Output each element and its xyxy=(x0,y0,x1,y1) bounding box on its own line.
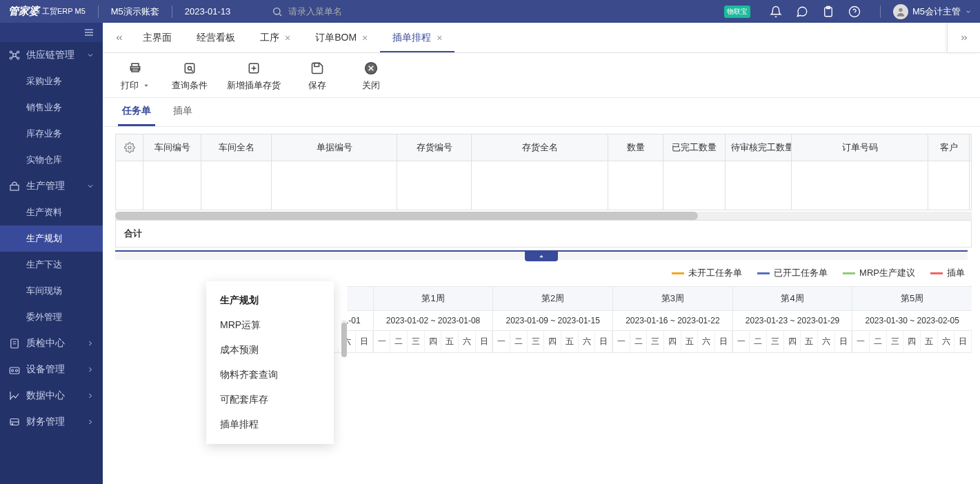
gantt-day: 三 xyxy=(887,331,904,353)
column-header[interactable]: 已完工数量 xyxy=(663,134,726,161)
submenu-item[interactable]: 插单排程 xyxy=(206,412,334,437)
tool-icon xyxy=(183,61,197,75)
submenu-item[interactable]: 物料齐套查询 xyxy=(206,363,334,387)
panel-collapse-handle[interactable] xyxy=(115,250,968,260)
column-header[interactable]: 订单号码 xyxy=(792,134,928,161)
clipboard-icon[interactable] xyxy=(822,6,834,18)
gantt-day: 四 xyxy=(784,331,801,353)
help-icon[interactable] xyxy=(848,6,861,18)
column-header[interactable]: 待审核完工数量 xyxy=(726,134,792,161)
submenu-item[interactable]: 可配套库存 xyxy=(206,387,334,412)
gantt-chart[interactable]: 第52周2022-12-26 ~ 2023-01-01一二三四五六日第1周202… xyxy=(241,286,980,353)
dropdown-icon[interactable] xyxy=(143,82,150,89)
column-header[interactable]: 车间全名 xyxy=(201,134,272,161)
message-icon[interactable] xyxy=(796,6,808,18)
column-header[interactable]: 数量 xyxy=(608,134,663,161)
search-box[interactable] xyxy=(272,6,371,17)
svg-point-11 xyxy=(17,51,19,53)
tab[interactable]: 订单BOM× xyxy=(303,23,380,52)
svg-line-31 xyxy=(192,70,194,72)
menu-icon xyxy=(8,337,21,350)
menu-item[interactable]: 实物仓库 xyxy=(0,147,103,173)
menu-item[interactable]: 采购业务 xyxy=(0,68,103,94)
gantt-day: 四 xyxy=(903,331,921,353)
menu-group-0[interactable]: 供应链管理 xyxy=(0,42,103,68)
gantt-day: 二 xyxy=(390,331,408,353)
tab-label: 经营看板 xyxy=(197,32,235,44)
subtab[interactable]: 插单 xyxy=(169,98,197,126)
avatar[interactable] xyxy=(893,4,908,19)
tab[interactable]: 插单排程× xyxy=(380,23,454,52)
column-header[interactable]: 车间编号 xyxy=(143,134,201,161)
tab[interactable]: 工序× xyxy=(248,23,303,52)
menu-item[interactable]: 销售业务 xyxy=(0,94,103,121)
sidebar: 供应链管理采购业务销售业务库存业务实物仓库生产管理生产资料生产规划生产下达车间现… xyxy=(0,23,103,484)
toolbar: 打印查询条件新增插单存货保存关闭 xyxy=(103,53,980,98)
chevron-down-icon[interactable] xyxy=(965,8,972,15)
menu-group-4[interactable]: 数据中心 xyxy=(0,383,103,409)
svg-point-13 xyxy=(17,57,19,59)
toolbar-查询条件[interactable]: 查询条件 xyxy=(172,61,208,92)
gantt-range: 2023-01-02 ~ 2023-01-08 xyxy=(374,311,493,331)
submenu-item[interactable]: 成本预测 xyxy=(206,338,334,363)
grid-settings-button[interactable] xyxy=(116,134,143,161)
column-header[interactable]: 存货编号 xyxy=(397,134,472,161)
menu-item[interactable]: 委外管理 xyxy=(0,304,103,330)
svg-line-1 xyxy=(279,14,281,16)
menu-group-2[interactable]: 质检中心 xyxy=(0,330,103,356)
legend-label: 未开工任务单 xyxy=(688,267,742,279)
task-grid-wrap: 车间编号车间全名单据编号存货编号存货全名数量已完工数量待审核完工数量订单号码客户… xyxy=(103,127,980,248)
menu-icon xyxy=(8,363,21,376)
search-input[interactable] xyxy=(288,6,371,17)
tab-more-button[interactable] xyxy=(947,23,980,53)
menu-item[interactable]: 库存业务 xyxy=(0,121,103,147)
tab[interactable]: 主界面 xyxy=(130,23,184,52)
toolbar-保存[interactable]: 保存 xyxy=(300,61,334,92)
production-plan-submenu: 生产规划MRP运算成本预测物料齐套查询可配套库存插单排程 xyxy=(206,281,334,444)
menu-group-5[interactable]: 财务管理 xyxy=(0,409,103,435)
iot-badge[interactable]: 物联宝 xyxy=(724,6,750,18)
gantt-day: 四 xyxy=(544,331,561,353)
chevron-icon xyxy=(86,51,94,59)
menu-item[interactable]: 生产下达 xyxy=(0,252,103,278)
sidebar-collapse-button[interactable] xyxy=(0,23,103,42)
tab-prev-button[interactable] xyxy=(108,23,130,52)
gantt-day: 六 xyxy=(818,331,835,353)
column-header[interactable]: 单据编号 xyxy=(272,134,397,161)
gantt-day: 六 xyxy=(579,331,596,353)
submenu-item[interactable]: 生产规划 xyxy=(206,288,334,313)
gantt-day: 一 xyxy=(613,331,630,353)
filter-scrollbar[interactable] xyxy=(341,320,347,347)
tab-close-icon[interactable]: × xyxy=(362,32,368,43)
grid-hscrollbar[interactable] xyxy=(115,212,972,220)
tool-icon xyxy=(247,61,261,75)
submenu-item[interactable]: MRP运算 xyxy=(206,313,334,338)
tab-close-icon[interactable]: × xyxy=(285,32,290,43)
chevron-icon xyxy=(86,182,94,190)
svg-line-17 xyxy=(16,57,17,58)
bell-icon[interactable] xyxy=(770,6,782,18)
subtab[interactable]: 任务单 xyxy=(118,98,155,126)
menu-group-1[interactable]: 生产管理 xyxy=(0,173,103,199)
subtabs: 任务单插单 xyxy=(103,98,980,127)
column-header[interactable]: 存货全名 xyxy=(472,134,608,161)
column-header[interactable]: 客户 xyxy=(928,134,970,161)
tab-close-icon[interactable]: × xyxy=(437,32,442,43)
gantt-day: 日 xyxy=(954,331,972,353)
tab[interactable]: 经营看板 xyxy=(184,23,248,52)
toolbar-关闭[interactable]: 关闭 xyxy=(354,61,388,92)
toolbar-新增插单存货[interactable]: 新增插单存货 xyxy=(227,61,281,92)
menu-item[interactable]: 生产规划 xyxy=(0,225,103,252)
gantt-week-col: 第3周2023-01-16 ~ 2023-01-22一二三四五六日 xyxy=(612,286,732,353)
user-name[interactable]: M5会计主管 xyxy=(912,6,961,18)
menu-icon xyxy=(8,390,21,402)
menu-item[interactable]: 生产资料 xyxy=(0,199,103,225)
grid-body[interactable] xyxy=(116,161,971,210)
gantt-week-col: 第5周2023-01-30 ~ 2023-02-05一二三四五六日 xyxy=(852,286,972,353)
menu-item[interactable]: 车间现场 xyxy=(0,278,103,304)
gantt-day: 日 xyxy=(356,331,373,353)
toolbar-打印[interactable]: 打印 xyxy=(118,61,152,92)
gantt-day: 五 xyxy=(921,331,938,353)
menu-group-3[interactable]: 设备管理 xyxy=(0,356,103,383)
legend-swatch xyxy=(930,272,943,274)
